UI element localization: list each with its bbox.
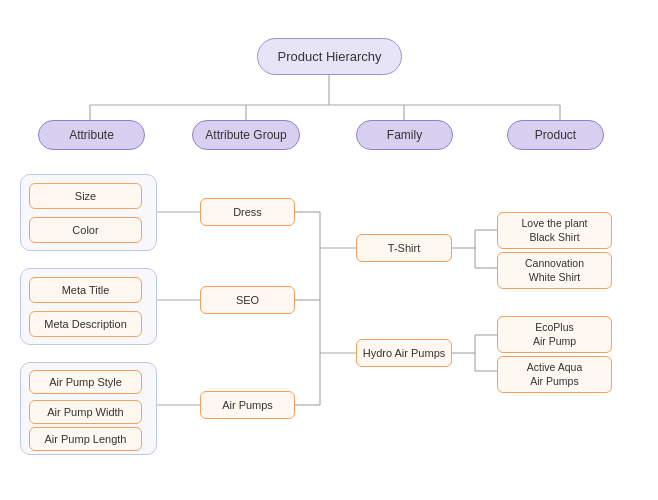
product-cannovation-white-shirt: CannovationWhite Shirt (497, 252, 612, 289)
attr-meta-title: Meta Title (29, 277, 142, 303)
product-ecoplus-air-pump: EcoPlusAir Pump (497, 316, 612, 353)
attr-meta-description: Meta Description (29, 311, 142, 337)
header-product: Product (507, 120, 604, 150)
attr-group-dress: Dress (200, 198, 295, 226)
root-node: Product Hierarchy (257, 38, 402, 75)
attr-size: Size (29, 183, 142, 209)
family-hydro-air-pumps: Hydro Air Pumps (356, 339, 452, 367)
family-tshirt: T-Shirt (356, 234, 452, 262)
header-attribute-group: Attribute Group (192, 120, 300, 150)
root-label: Product Hierarchy (277, 49, 381, 64)
attr-color: Color (29, 217, 142, 243)
attr-air-pump-length: Air Pump Length (29, 427, 142, 451)
attr-container-3: Air Pump Style Air Pump Width Air Pump L… (20, 362, 157, 455)
attr-group-air-pumps: Air Pumps (200, 391, 295, 419)
attr-container-1: Size Color (20, 174, 157, 251)
header-attribute: Attribute (38, 120, 145, 150)
product-active-aqua-air-pumps: Active AquaAir Pumps (497, 356, 612, 393)
attr-group-seo: SEO (200, 286, 295, 314)
attr-air-pump-style: Air Pump Style (29, 370, 142, 394)
attr-container-2: Meta Title Meta Description (20, 268, 157, 345)
attr-air-pump-width: Air Pump Width (29, 400, 142, 424)
product-love-plant-black-shirt: Love the plantBlack Shirt (497, 212, 612, 249)
header-family: Family (356, 120, 453, 150)
